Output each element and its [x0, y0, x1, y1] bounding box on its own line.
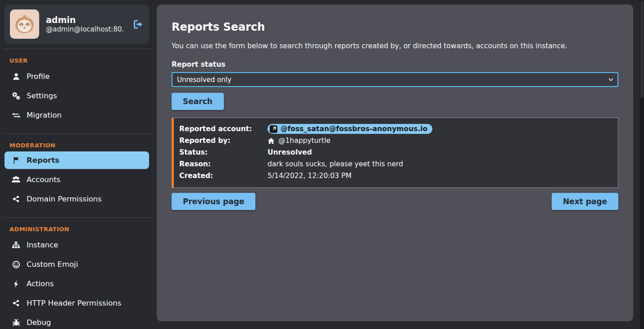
sidebar-item-label: Instance — [27, 241, 58, 249]
sidebar-item-label: Migration — [27, 111, 62, 119]
sidebar-item-migration[interactable]: Migration — [0, 105, 155, 125]
avatar — [10, 9, 39, 39]
sidebar-item-reports[interactable]: Reports — [5, 151, 149, 169]
logout-icon[interactable] — [131, 18, 144, 31]
sidebar-item-label: HTTP Header Permissions — [27, 299, 121, 307]
sidebar-section-moderation: MODERATION Reports Accounts Domain Permi… — [0, 134, 155, 212]
share-nodes-icon — [11, 299, 21, 307]
sidebar-item-label: Reports — [27, 156, 59, 164]
user-handle: @admin@localhost:80... — [46, 25, 124, 33]
report-row-created: Created: 5/14/2022, 12:20:03 PM — [179, 170, 612, 182]
previous-page-button[interactable]: Previous page — [172, 193, 255, 210]
reported-account-link[interactable]: @foss_satan@fossbros-anonymous.io — [268, 124, 432, 134]
reported-account-value: @foss_satan@fossbros-anonymous.io — [281, 125, 427, 133]
scrollbar-track[interactable] — [640, 0, 644, 329]
sitemap-icon — [11, 241, 21, 249]
report-row-reported-account: Reported account: @foss_satan@fossbros-a… — [179, 123, 612, 135]
reason-label: Reason: — [179, 160, 268, 168]
sidebar-item-label: Profile — [27, 72, 50, 81]
sidebar-item-domain-permissions[interactable]: Domain Permissions — [0, 189, 155, 209]
status-value: Unresolved — [268, 148, 612, 156]
sidebar-item-accounts[interactable]: Accounts — [0, 170, 155, 189]
report-row-reason: Reason: dark souls sucks, please yeet th… — [179, 158, 612, 170]
external-link-icon — [270, 125, 277, 133]
created-label: Created: — [179, 172, 268, 180]
section-header-moderation: MODERATION — [9, 142, 155, 149]
created-value: 5/14/2022, 12:20:03 PM — [268, 172, 612, 180]
sidebar-item-instance[interactable]: Instance — [0, 235, 155, 255]
sidebar-item-custom-emoji[interactable]: Custom Emoji — [0, 255, 155, 274]
bug-icon — [11, 319, 21, 326]
home-icon — [268, 137, 275, 144]
section-header-user: USER — [9, 57, 155, 64]
sidebar-item-label: Debug — [27, 318, 51, 327]
sidebar-item-actions[interactable]: Actions — [0, 274, 155, 293]
reason-value: dark souls sucks, please yeet this nerd — [268, 160, 612, 168]
main-panel: Reports Search You can use the form belo… — [157, 5, 633, 321]
page-description: You can use the form below to search thr… — [172, 42, 618, 50]
sidebar-item-label: Domain Permissions — [27, 195, 102, 203]
next-page-button[interactable]: Next page — [552, 193, 618, 210]
sidebar-item-label: Accounts — [27, 175, 60, 184]
sidebar-item-label: Custom Emoji — [27, 260, 78, 269]
section-header-administration: ADMINISTRATION — [9, 226, 155, 233]
report-card[interactable]: Reported account: @foss_satan@fossbros-a… — [172, 118, 618, 188]
sidebar-item-debug[interactable]: Debug — [0, 313, 155, 329]
sidebar-item-settings[interactable]: Settings — [0, 86, 155, 105]
flag-icon — [11, 156, 21, 164]
report-status-selected-value: Unresolved only — [177, 76, 231, 84]
search-button[interactable]: Search — [172, 93, 224, 110]
reported-by-label: Reported by: — [179, 137, 268, 145]
pagination: Previous page Next page — [172, 193, 618, 210]
username: admin — [46, 15, 124, 26]
sidebar-item-http-header-permissions[interactable]: HTTP Header Permissions — [0, 293, 155, 313]
reported-account-label: Reported account: — [179, 125, 268, 133]
sidebar-section-user: USER Profile Settings Migration — [0, 49, 155, 128]
report-status-select[interactable]: Unresolved only — [172, 72, 618, 87]
report-row-reported-by: Reported by: @1happyturtle — [179, 135, 612, 146]
gears-icon — [11, 92, 21, 100]
user-icon — [11, 73, 21, 80]
share-nodes-icon — [11, 195, 21, 203]
report-row-status: Status: Unresolved — [179, 146, 612, 158]
sidebar-item-profile[interactable]: Profile — [0, 67, 155, 86]
bolt-icon — [11, 280, 21, 288]
sidebar-item-label: Actions — [27, 279, 54, 288]
reported-by-value: @1happyturtle — [278, 137, 331, 145]
user-card[interactable]: admin @admin@localhost:80... — [5, 5, 149, 44]
arrows-left-right-icon — [11, 111, 21, 119]
scrollbar-thumb[interactable] — [640, 1, 644, 98]
users-icon — [11, 176, 21, 183]
page-title: Reports Search — [172, 21, 618, 33]
status-label: Status: — [179, 148, 268, 156]
sidebar-section-administration: ADMINISTRATION Instance Custom Emoji Act… — [0, 218, 155, 329]
chevron-down-icon — [608, 78, 613, 82]
sidebar-item-label: Settings — [27, 91, 57, 100]
smiley-icon — [11, 260, 21, 268]
user-meta: admin @admin@localhost:80... — [46, 15, 124, 34]
sidebar: admin @admin@localhost:80... USER Profil… — [0, 0, 155, 329]
report-status-label: Report status — [172, 60, 618, 69]
